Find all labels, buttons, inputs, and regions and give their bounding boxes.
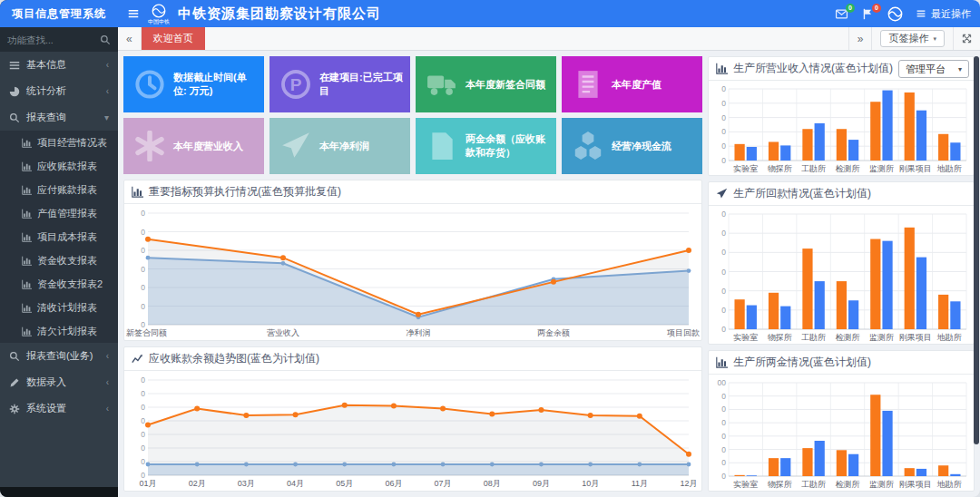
paper-plane-icon [716,188,728,200]
svg-text:09月: 09月 [533,479,550,488]
bar-chart-icon [22,303,32,313]
sidebar-subitem-5[interactable]: 资金收支报表 [0,248,118,272]
kpi-card-0[interactable]: 数据截止时间(单位: 万元) [123,56,264,112]
svg-text:0: 0 [721,325,726,334]
svg-text:0: 0 [141,265,145,274]
svg-text:0: 0 [721,445,726,454]
svg-text:0: 0 [141,209,145,218]
panel-header: 应收账款余额趋势图(蓝色为计划值) [124,347,701,371]
line-chart-icon [132,353,143,365]
scroll-tabs-left-icon[interactable]: « [118,27,142,50]
kpi-card-1[interactable]: P在建项目:已完工项目 [270,56,410,112]
tab-operations-button[interactable]: 页签操作▾ [880,30,945,47]
svg-text:02月: 02月 [189,479,206,488]
budget-execution-chart[interactable]: 0000000新签合同额营业收入净利润两金余额项目回款 [124,204,701,340]
svg-text:实验室: 实验室 [733,333,758,342]
svg-text:检测所: 检测所 [836,333,860,342]
production-revenue-chart[interactable]: 000000实验室物探所工勘所检测所监测所刚果项目地勘所 [709,81,974,175]
tab-welcome[interactable]: 欢迎首页 [142,27,205,50]
sidebar-item-5[interactable]: 系统设置‹ [0,395,118,422]
sidebar-subitem-6[interactable]: 资金收支报表2 [0,272,118,296]
bar-chart-icon [716,63,728,74]
sidebar-subitem-8[interactable]: 清欠计划报表 [0,319,118,343]
sidebar-item-2[interactable]: 报表查询▾ [0,104,118,131]
svg-text:物探所: 物探所 [768,480,792,489]
panel-payment-collection: 生产所回款情况(蓝色计划值) 0000000实验室物探所工勘所检测所监测所刚果项… [708,181,975,345]
svg-text:营业收入: 营业收入 [267,328,299,337]
mail-badge: 0 [846,4,855,13]
clock-icon [134,69,165,100]
platform-select[interactable]: 管理平台 ▾ [898,60,969,78]
sidebar-item-3[interactable]: 报表查询(业务)‹ [0,343,118,369]
payment-collection-chart[interactable]: 0000000实验室物探所工勘所检测所监测所刚果项目地勘所 [709,206,974,344]
truck-icon [426,69,457,100]
panel-header: 重要指标预算执行情况(蓝色预算批复值) [124,180,701,204]
svg-text:0: 0 [721,268,726,277]
kpi-label: 本年度产值 [612,78,662,92]
sidebar-item-4[interactable]: 数据录入‹ [0,369,118,395]
sidebar-item-1[interactable]: 统计分析‹ [0,78,118,104]
svg-text:工勘所: 工勘所 [801,480,826,489]
svg-text:0: 0 [141,457,145,466]
sidebar-subitem-7[interactable]: 清收计划报表 [0,296,118,319]
sidebar-footer [0,487,118,497]
sidebar-subitem-1[interactable]: 应收账款报表 [0,154,118,178]
sidebar-subitem-0[interactable]: 项目经营情况表 [0,131,118,154]
svg-text:00: 00 [718,378,727,387]
kpi-card-3[interactable]: 本年度产值 [562,56,702,112]
pie-icon [9,86,20,97]
svg-text:0: 0 [721,432,726,441]
scroll-tabs-right-icon[interactable]: » [848,27,872,50]
panel-title: 生产所营业收入情况(蓝色计划值) [733,61,893,76]
kpi-card-5[interactable]: 本年净利润 [270,118,410,174]
payment-collection-svg: 0000000实验室物探所工勘所检测所监测所刚果项目地勘所 [709,206,974,344]
sidebar-submenu: 项目经营情况表应收账款报表应付账款报表产值管理报表项目成本报表资金收支报表资金收… [0,131,118,343]
gear-icon [9,404,20,414]
svg-text:0: 0 [141,246,145,255]
kpi-card-6[interactable]: 两金余额（应收账款和存货） [416,118,556,174]
kpi-grid: 数据截止时间(单位: 万元)P在建项目:已完工项目本年度新签合同额本年度产值本年… [123,56,702,174]
chevron-icon: ‹ [106,404,109,414]
sidebar-item-0[interactable]: 基本信息‹ [0,52,118,78]
page-scrollbar[interactable] [974,56,979,444]
receivable-trend-chart[interactable]: 0000000001月02月03月04月05月06月07月08月09月10月11… [124,371,701,491]
search-icon[interactable] [100,34,111,45]
bar-chart-icon [716,356,728,368]
svg-text:P: P [290,75,302,94]
bar-chart-icon [22,279,32,289]
svg-text:12月: 12月 [680,479,697,488]
svg-text:实验室: 实验室 [733,164,758,173]
svg-text:0: 0 [721,84,726,93]
recent-operations-button[interactable]: 最近操作 [916,7,971,21]
sidebar-subitem-3[interactable]: 产值管理报表 [0,201,118,225]
sidebar-subitem-2[interactable]: 应付账款报表 [0,178,118,201]
chevron-down-icon: ▾ [958,65,962,73]
fullscreen-icon[interactable] [962,34,972,44]
kpi-card-7[interactable]: 经营净现金流 [562,118,702,174]
svg-text:0: 0 [721,404,726,414]
production-revenue-svg: 000000实验室物探所工勘所检测所监测所刚果项目地勘所 [709,81,974,175]
svg-text:07月: 07月 [435,479,452,488]
two-funds-svg: 000000000实验室物探所工勘所检测所监测所刚果项目地勘所 [709,375,974,491]
svg-text:04月: 04月 [287,479,304,488]
file-icon [426,131,457,161]
kpi-card-4[interactable]: 本年度营业收入 [123,118,264,174]
panel-title: 生产所两金情况(蓝色计划值) [733,355,871,370]
app-window: 项目信息管理系统 基本信息‹统计分析‹报表查询▾项目经营情况表应收账款报表应付账… [0,0,980,497]
bar-chart-icon [22,185,32,195]
svg-text:0: 0 [721,127,726,136]
main-area: 中国中铁 中铁资源集团勘察设计有限公司 0 0 最近操作 « 欢迎首页 » 页签… [118,0,980,497]
sidebar-subitem-4[interactable]: 项目成本报表 [0,225,118,248]
menu-toggle-icon[interactable] [127,8,140,19]
search-input[interactable] [7,34,96,45]
tab-bar: « 欢迎首页 » 页签操作▾ [118,27,980,51]
receivable-balance-trend-svg: 0000000001月02月03月04月05月06月07月08月09月10月11… [124,371,701,491]
svg-text:0: 0 [721,418,726,427]
svg-text:0: 0 [141,443,145,453]
flag-icon[interactable]: 0 [861,8,875,20]
kpi-card-2[interactable]: 本年度新签合同额 [416,56,556,112]
svg-text:实验室: 实验室 [733,480,758,489]
mail-icon[interactable]: 0 [835,8,848,20]
svg-text:0: 0 [721,306,726,315]
two-funds-chart[interactable]: 000000000实验室物探所工勘所检测所监测所刚果项目地勘所 [709,375,974,491]
